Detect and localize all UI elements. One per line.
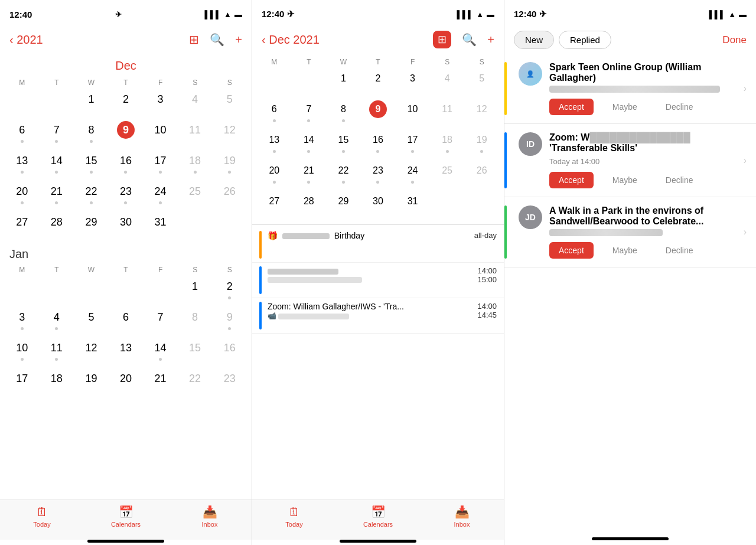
maybe-btn-walk[interactable]: Maybe: [603, 242, 647, 259]
p2-day-13[interactable]: 13: [257, 130, 292, 161]
p2-day-19[interactable]: 19: [464, 130, 499, 161]
day-jan-10[interactable]: 10: [5, 338, 40, 368]
p2-day-27[interactable]: 27: [257, 191, 292, 222]
decline-btn-spark[interactable]: Decline: [656, 99, 703, 115]
day-jan-22[interactable]: 22: [178, 368, 213, 399]
add-icon-2[interactable]: +: [487, 33, 494, 47]
day-dec-17[interactable]: 17: [143, 151, 178, 181]
day-jan-14[interactable]: 14: [143, 338, 178, 368]
day-dec-7[interactable]: 7: [40, 120, 74, 151]
day-jan-7[interactable]: 7: [143, 307, 178, 338]
day-dec-21[interactable]: 21: [40, 181, 74, 212]
day-dec-24[interactable]: 24: [143, 181, 178, 212]
day-dec-19[interactable]: 19: [212, 151, 247, 181]
day-jan-3[interactable]: 3: [5, 307, 40, 338]
calendar-grid-icon[interactable]: ⊞: [189, 32, 199, 47]
day-jan-17[interactable]: 17: [5, 368, 40, 399]
p2-day-9[interactable]: 9: [361, 99, 396, 130]
accept-btn-walk[interactable]: Accept: [549, 242, 594, 259]
day-dec-30[interactable]: 30: [109, 212, 144, 243]
p2-day-7[interactable]: 7: [292, 99, 327, 130]
p2-day-11[interactable]: 11: [430, 99, 465, 130]
event-birthday[interactable]: 🎁 Birthday all-day: [252, 227, 504, 263]
p2-day-21[interactable]: 21: [292, 161, 327, 191]
day-dec-3[interactable]: 3: [143, 89, 178, 120]
month-back-btn[interactable]: ‹ Dec 2021: [262, 33, 320, 47]
day-jan-4[interactable]: 4: [40, 307, 74, 338]
p2-day-31[interactable]: 31: [395, 191, 430, 222]
p2-day-10[interactable]: 10: [395, 99, 430, 130]
day-dec-18[interactable]: 18: [178, 151, 213, 181]
day-dec-13[interactable]: 13: [5, 151, 40, 181]
accept-btn-spark[interactable]: Accept: [549, 99, 594, 115]
p2-day-23[interactable]: 23: [361, 161, 396, 191]
tab-calendars-1[interactable]: 📅 Calendars: [84, 505, 168, 528]
day-dec-23[interactable]: 23: [109, 181, 144, 212]
p2-day-17[interactable]: 17: [395, 130, 430, 161]
day-dec-20[interactable]: 20: [5, 181, 40, 212]
day-jan-8[interactable]: 8: [178, 307, 213, 338]
p2-day-5[interactable]: 5: [464, 68, 499, 99]
p2-day-1[interactable]: 1: [326, 68, 361, 99]
decline-btn-zoom[interactable]: Decline: [656, 172, 703, 188]
day-dec-15[interactable]: 15: [74, 151, 109, 181]
day-dec-2[interactable]: 2: [109, 89, 144, 120]
day-jan-20[interactable]: 20: [109, 368, 144, 399]
day-jan-18[interactable]: 18: [40, 368, 74, 399]
year-back-btn[interactable]: ‹ 2021: [9, 33, 43, 47]
day-dec-8[interactable]: 8: [74, 120, 109, 151]
day-dec-5[interactable]: 5: [212, 89, 247, 120]
p2-day-14[interactable]: 14: [292, 130, 327, 161]
p2-day-25[interactable]: 25: [430, 161, 465, 191]
day-dec-1[interactable]: 1: [74, 89, 109, 120]
tab-inbox-2[interactable]: 📥 Inbox: [420, 505, 504, 528]
p2-day-18[interactable]: 18: [430, 130, 465, 161]
day-dec-9[interactable]: 9: [109, 120, 144, 151]
inbox-item-walk[interactable]: JD A Walk in a Park in the environs of S…: [504, 197, 756, 267]
search-icon-1[interactable]: 🔍: [210, 32, 224, 47]
p2-day-26[interactable]: 26: [464, 161, 499, 191]
add-icon-1[interactable]: +: [235, 33, 242, 47]
day-jan-23[interactable]: 23: [212, 368, 247, 399]
day-jan-6[interactable]: 6: [109, 307, 144, 338]
day-dec-6[interactable]: 6: [5, 120, 40, 151]
day-dec-31[interactable]: 31: [143, 212, 178, 243]
search-icon-2[interactable]: 🔍: [462, 32, 477, 47]
p2-day-3[interactable]: 3: [395, 68, 430, 99]
filter-replied-btn[interactable]: Replied: [559, 31, 611, 49]
tab-inbox-1[interactable]: 📥 Inbox: [168, 505, 252, 528]
calendar-view-icon[interactable]: ⊞: [433, 31, 451, 48]
p2-day-2[interactable]: 2: [361, 68, 396, 99]
filter-new-btn[interactable]: New: [514, 31, 554, 49]
p2-day-6[interactable]: 6: [257, 99, 292, 130]
accept-btn-zoom[interactable]: Accept: [549, 172, 594, 188]
p2-day-28[interactable]: 28: [292, 191, 327, 222]
maybe-btn-zoom[interactable]: Maybe: [603, 172, 647, 188]
p2-day-4[interactable]: 4: [430, 68, 465, 99]
tab-today-1[interactable]: 🗓 Today: [0, 505, 84, 528]
tab-today-2[interactable]: 🗓 Today: [252, 505, 336, 528]
day-jan-1[interactable]: 1: [178, 276, 213, 307]
event-zoom[interactable]: Zoom: William Gallagher/IWS - 'Tra... 📹 …: [252, 298, 504, 334]
day-jan-13[interactable]: 13: [109, 338, 144, 368]
day-dec-4[interactable]: 4: [178, 89, 213, 120]
day-jan-21[interactable]: 21: [143, 368, 178, 399]
tab-calendars-2[interactable]: 📅 Calendars: [336, 505, 420, 528]
inbox-item-zoom[interactable]: ID Zoom: W███████████████ 'Transferable …: [504, 124, 756, 197]
day-dec-22[interactable]: 22: [74, 181, 109, 212]
day-jan-12[interactable]: 12: [74, 338, 109, 368]
day-dec-29[interactable]: 29: [74, 212, 109, 243]
p2-day-20[interactable]: 20: [257, 161, 292, 191]
day-jan-9[interactable]: 9: [212, 307, 247, 338]
done-btn[interactable]: Done: [722, 34, 747, 46]
p2-day-29[interactable]: 29: [326, 191, 361, 222]
decline-btn-walk[interactable]: Decline: [656, 242, 703, 259]
maybe-btn-spark[interactable]: Maybe: [603, 99, 647, 115]
p2-day-15[interactable]: 15: [326, 130, 361, 161]
day-jan-19[interactable]: 19: [74, 368, 109, 399]
day-dec-10[interactable]: 10: [143, 120, 178, 151]
day-jan-16[interactable]: 16: [212, 338, 247, 368]
day-jan-15[interactable]: 15: [178, 338, 213, 368]
day-dec-16[interactable]: 16: [109, 151, 144, 181]
day-dec-26[interactable]: 26: [212, 181, 247, 212]
